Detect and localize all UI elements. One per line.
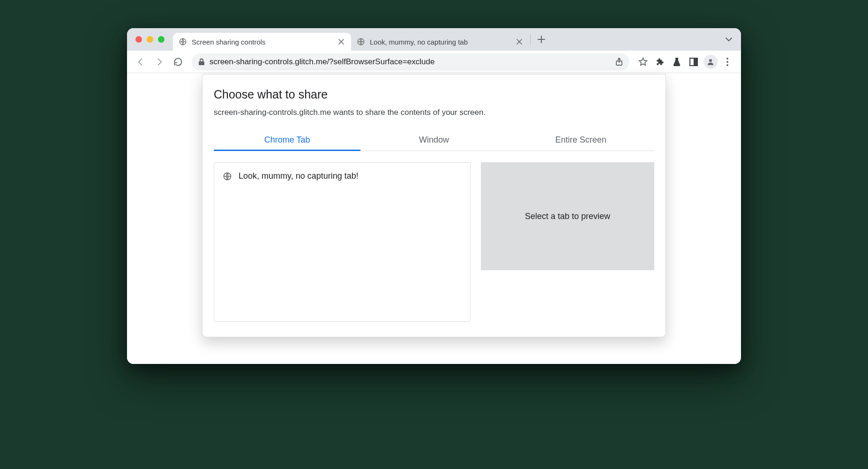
tab-title: Screen sharing controls [192,38,332,46]
globe-icon [223,172,232,181]
preview-panel: Select a tab to preview [481,162,654,270]
window-controls [135,36,165,43]
url-text: screen-sharing-controls.glitch.me/?selfB… [210,57,611,67]
tab-strip: Screen sharing controls Look, mummy, no … [127,28,741,51]
share-icon[interactable] [615,58,623,66]
tab-divider [530,34,531,45]
globe-icon [357,38,365,46]
share-tab-entire-screen[interactable]: Entire Screen [508,129,654,151]
browser-tab-inactive[interactable]: Look, mummy, no capturing tab [351,33,529,51]
toolbar-actions [635,54,735,70]
share-source-tabs: Chrome Tab Window Entire Screen [214,129,654,151]
screen-share-dialog: Choose what to share screen-sharing-cont… [202,74,666,337]
preview-placeholder-text: Select a tab to preview [525,212,610,221]
extensions-button[interactable] [652,54,668,70]
close-icon[interactable] [337,38,345,46]
reading-list-button[interactable] [686,54,702,70]
share-body: Look, mummy, no capturing tab! Select a … [214,162,654,322]
svg-point-6 [709,59,712,62]
new-tab-button[interactable] [534,32,548,46]
svg-point-9 [726,64,728,66]
bookmark-button[interactable] [635,54,651,70]
forward-button[interactable] [151,54,167,70]
back-button[interactable] [133,54,149,70]
browser-window: Screen sharing controls Look, mummy, no … [127,28,741,364]
globe-icon [179,38,187,46]
svg-point-7 [726,58,728,60]
menu-button[interactable] [719,54,735,70]
maximize-window-button[interactable] [158,36,165,43]
dialog-title: Choose what to share [214,88,654,101]
svg-rect-5 [694,58,697,66]
share-tab-chrome-tab[interactable]: Chrome Tab [214,129,360,151]
page-content: Choose what to share screen-sharing-cont… [127,73,741,364]
lock-icon [198,58,205,66]
address-bar[interactable]: screen-sharing-controls.glitch.me/?selfB… [192,53,629,70]
avatar-icon [703,55,718,69]
reload-button[interactable] [170,54,186,70]
labs-button[interactable] [669,54,685,70]
close-icon[interactable] [515,38,524,46]
close-window-button[interactable] [135,36,142,43]
share-tab-list: Look, mummy, no capturing tab! [214,162,471,322]
minimize-window-button[interactable] [147,36,153,43]
share-tab-list-item[interactable]: Look, mummy, no capturing tab! [214,166,470,186]
tab-overflow-button[interactable] [725,37,735,42]
svg-point-8 [726,61,728,63]
tab-title: Look, mummy, no capturing tab [370,38,510,46]
dialog-subtitle: screen-sharing-controls.glitch.me wants … [214,108,654,117]
profile-button[interactable] [703,54,718,70]
share-tab-list-item-title: Look, mummy, no capturing tab! [239,171,359,181]
svg-rect-2 [199,61,204,65]
share-tab-window[interactable]: Window [360,129,507,151]
toolbar: screen-sharing-controls.glitch.me/?selfB… [127,51,741,73]
browser-tab-active[interactable]: Screen sharing controls [173,33,351,51]
